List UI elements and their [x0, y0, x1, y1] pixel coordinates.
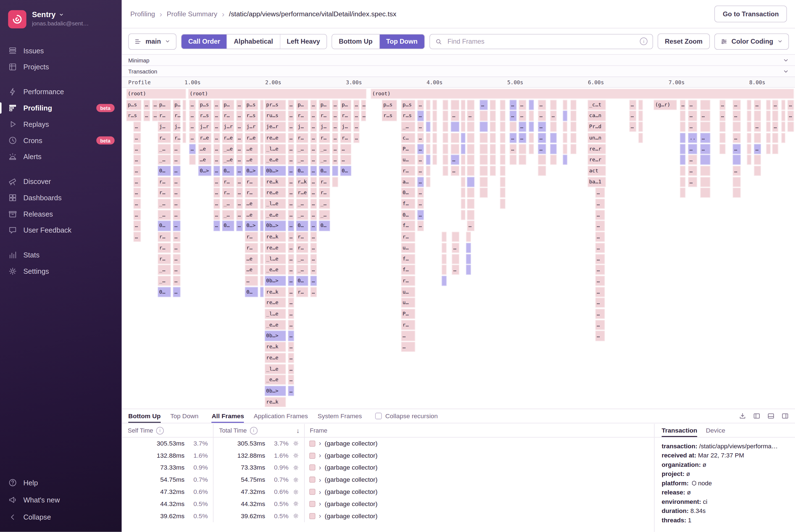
flame-frame-cell[interactable]: … — [538, 144, 546, 154]
flame-frame-cell[interactable]: _l…e — [265, 254, 286, 264]
flame-frame-cell[interactable]: … — [519, 111, 527, 121]
flame-frame-cell[interactable]: r… — [222, 177, 234, 187]
sidebar-item-what-s-new[interactable]: What's new — [0, 491, 122, 509]
flame-frame-cell[interactable] — [260, 210, 264, 220]
flame-frame-cell[interactable] — [332, 177, 338, 187]
flame-frame-cell[interactable] — [452, 232, 459, 242]
flame-frame-cell[interactable]: … — [787, 111, 794, 121]
flame-frame-cell[interactable] — [433, 144, 437, 154]
flame-frame-cell[interactable]: … — [236, 144, 243, 154]
flame-frame-cell[interactable] — [332, 166, 338, 176]
flame-frame-cell[interactable]: … — [595, 287, 605, 297]
flame-frame-cell[interactable]: .. — [688, 133, 697, 143]
flame-frame-cell[interactable] — [442, 232, 447, 242]
flame-frame-cell[interactable]: … — [595, 243, 605, 253]
flame-frame-cell[interactable]: … — [152, 111, 158, 121]
sidebar-item-replays[interactable]: Replays — [0, 116, 122, 132]
flame-frame-cell[interactable]: _… — [158, 155, 171, 165]
flame-frame-cell[interactable] — [479, 144, 488, 154]
flame-frame-cell[interactable]: … — [173, 188, 181, 198]
flame-frame-cell[interactable] — [461, 100, 466, 110]
flame-frame-cell[interactable]: … — [519, 133, 527, 143]
flame-frame-cell[interactable]: u… — [401, 287, 415, 297]
flame-frame-cell[interactable]: r… — [158, 243, 171, 253]
flame-frame-cell[interactable]: r… — [319, 133, 330, 143]
flame-frame-cell[interactable] — [638, 122, 643, 132]
flame-frame-cell[interactable]: 0b…> — [265, 386, 286, 396]
flame-frame-cell[interactable] — [426, 133, 431, 143]
flame-frame-cell[interactable] — [260, 243, 264, 253]
flame-frame-cell[interactable]: … — [595, 221, 605, 231]
flame-frame-cell[interactable]: … — [479, 100, 488, 110]
flame-frame-cell[interactable]: … — [361, 100, 366, 110]
flame-frame-cell[interactable]: … — [417, 100, 424, 110]
flame-frame-cell[interactable]: … — [310, 155, 317, 165]
flame-frame-cell[interactable]: r… — [222, 188, 234, 198]
sort-descending-icon[interactable] — [297, 427, 304, 435]
flame-frame-cell[interactable]: … — [538, 133, 546, 143]
flame-frame-cell[interactable]: ca…n — [588, 111, 606, 121]
flame-frame-cell[interactable]: … — [310, 111, 317, 121]
flame-frame-cell[interactable]: u… — [401, 243, 415, 253]
flame-frame-cell[interactable]: r… — [158, 188, 171, 198]
frame-cell[interactable]: (garbage collector) — [305, 464, 654, 472]
sidebar-item-stats[interactable]: Stats — [0, 247, 122, 263]
flame-frame-cell[interactable]: 0… — [296, 276, 308, 286]
flame-frame-cell[interactable] — [466, 254, 471, 264]
flame-frame-cell[interactable]: … — [629, 122, 637, 132]
breadcrumb-item[interactable]: Profile Summary — [167, 10, 217, 18]
chevron-right-icon[interactable] — [319, 500, 321, 508]
flame-frame-cell[interactable] — [510, 155, 517, 165]
flame-frame-cell[interactable]: u… — [401, 298, 415, 308]
chevron-right-icon[interactable] — [319, 476, 321, 484]
flame-frame-cell[interactable]: … — [189, 122, 196, 132]
flame-frame-cell[interactable]: r… — [401, 320, 415, 330]
flame-frame-cell[interactable] — [720, 144, 726, 154]
flame-frame-cell[interactable]: _e…e — [265, 375, 286, 385]
flame-frame-cell[interactable]: re…k — [265, 397, 286, 407]
flame-frame-cell[interactable]: r… — [245, 243, 258, 253]
flame-frame-cell[interactable]: … — [595, 265, 605, 275]
self-time-header[interactable]: Self Time — [122, 424, 213, 437]
sort-left-heavy[interactable]: Left Heavy — [280, 34, 326, 48]
flame-frame-cell[interactable]: 0… — [401, 188, 415, 198]
flame-frame-cell[interactable]: r…s — [126, 111, 141, 121]
flame-frame-cell[interactable]: _…e — [222, 144, 234, 154]
flame-frame-cell[interactable] — [733, 122, 741, 132]
flame-frame-cell[interactable]: … — [451, 111, 459, 121]
download-icon[interactable] — [739, 412, 746, 420]
flame-frame-cell[interactable]: re…k — [265, 342, 286, 352]
flame-frame-cell[interactable] — [538, 166, 546, 176]
tab-bottom-up[interactable]: Bottom Up — [128, 409, 160, 423]
frame-cell[interactable]: (garbage collector) — [305, 476, 654, 484]
flame-frame-cell[interactable]: r… — [158, 111, 171, 121]
flame-frame-cell[interactable]: … — [510, 100, 517, 110]
flame-frame-cell[interactable] — [766, 144, 771, 154]
flame-frame-cell[interactable]: 0… — [158, 221, 171, 231]
flame-frame-cell[interactable] — [426, 111, 431, 121]
frame-settings-gear-icon[interactable] — [292, 489, 299, 495]
flame-frame-cell[interactable]: … — [772, 100, 778, 110]
flame-frame-cell[interactable]: _l…e — [265, 364, 286, 374]
flame-frame-cell[interactable]: … — [236, 100, 243, 110]
flame-frame-cell[interactable]: … — [173, 210, 181, 220]
table-row[interactable]: 132.88ms1.6%132.88ms1.6%(garbage collect… — [122, 450, 654, 462]
flame-frame-cell[interactable] — [260, 188, 264, 198]
flame-frame-cell[interactable]: … — [288, 276, 294, 286]
flame-frame-cell[interactable] — [550, 122, 556, 132]
sidebar-item-releases[interactable]: Releases — [0, 206, 122, 222]
flame-frame-cell[interactable]: … — [288, 364, 294, 374]
flame-frame-cell[interactable] — [563, 133, 567, 143]
frame-settings-gear-icon[interactable] — [292, 500, 299, 507]
flame-frame-cell[interactable]: … — [288, 375, 294, 385]
flame-frame-cell[interactable] — [781, 122, 785, 132]
table-row[interactable]: 305.53ms3.7%305.53ms3.7%(garbage collect… — [122, 438, 654, 450]
flame-frame-cell[interactable] — [442, 100, 448, 110]
flame-frame-cell[interactable] — [700, 177, 711, 187]
flame-frame-cell[interactable]: p… — [158, 100, 171, 110]
flame-frame-cell[interactable]: …e — [198, 155, 212, 165]
flame-frame-cell[interactable]: … — [288, 122, 294, 132]
table-row[interactable]: 47.32ms0.6%47.32ms0.6%(garbage collector… — [122, 486, 654, 498]
flame-frame-cell[interactable] — [479, 122, 488, 132]
table-row[interactable]: 54.75ms0.7%54.75ms0.7%(garbage collector… — [122, 474, 654, 486]
